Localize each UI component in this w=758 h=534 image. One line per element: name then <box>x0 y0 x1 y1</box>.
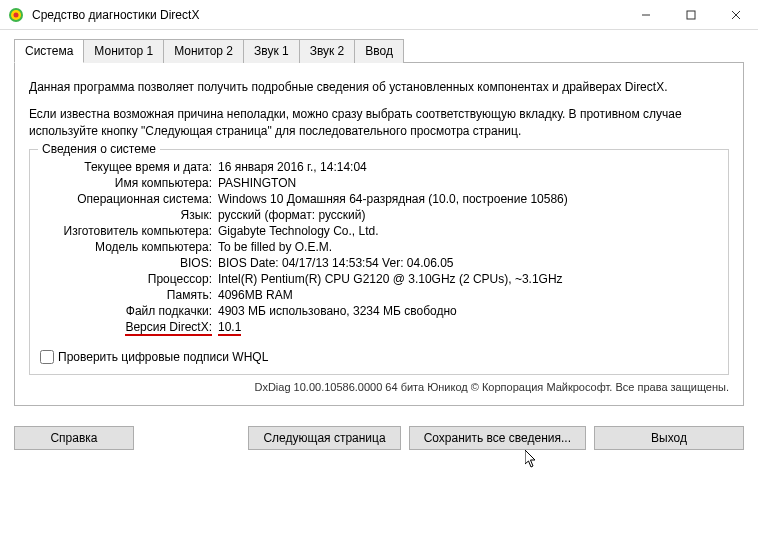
value-vendor: Gigabyte Technology Co., Ltd. <box>218 224 718 238</box>
whql-row: Проверить цифровые подписи WHQL <box>40 350 718 364</box>
tab-panel-system: Данная программа позволяет получить подр… <box>14 63 744 406</box>
value-datetime: 16 января 2016 г., 14:14:04 <box>218 160 718 174</box>
label-lang: Язык: <box>40 208 218 222</box>
window-title: Средство диагностики DirectX <box>32 8 623 22</box>
value-directx: 10.1 <box>218 320 718 336</box>
label-directx: Версия DirectX: <box>40 320 218 336</box>
value-pagefile: 4903 МБ использовано, 3234 МБ свободно <box>218 304 718 318</box>
tab-sound-1[interactable]: Звук 1 <box>243 39 300 63</box>
save-all-button[interactable]: Сохранить все сведения... <box>409 426 586 450</box>
titlebar: Средство диагностики DirectX <box>0 0 758 30</box>
label-computer: Имя компьютера: <box>40 176 218 190</box>
label-bios: BIOS: <box>40 256 218 270</box>
next-page-button[interactable]: Следующая страница <box>248 426 400 450</box>
tab-system[interactable]: Система <box>14 39 84 63</box>
row-vendor: Изготовитель компьютера:Gigabyte Technol… <box>40 224 718 238</box>
footer-text: DxDiag 10.00.10586.0000 64 бита Юникод ©… <box>29 381 729 393</box>
system-info-group: Сведения о системе Текущее время и дата:… <box>29 149 729 375</box>
row-computer: Имя компьютера:PASHINGTON <box>40 176 718 190</box>
tab-monitor-1[interactable]: Монитор 1 <box>83 39 164 63</box>
value-cpu: Intel(R) Pentium(R) CPU G2120 @ 3.10GHz … <box>218 272 718 286</box>
tab-strip: Система Монитор 1 Монитор 2 Звук 1 Звук … <box>14 38 744 63</box>
help-button[interactable]: Справка <box>14 426 134 450</box>
svg-point-2 <box>14 12 19 17</box>
row-model: Модель компьютера:To be filled by O.E.M. <box>40 240 718 254</box>
value-lang: русский (формат: русский) <box>218 208 718 222</box>
row-os: Операционная система:Windows 10 Домашняя… <box>40 192 718 206</box>
row-cpu: Процессор:Intel(R) Pentium(R) CPU G2120 … <box>40 272 718 286</box>
whql-checkbox[interactable] <box>40 350 54 364</box>
close-button[interactable] <box>713 0 758 30</box>
value-computer: PASHINGTON <box>218 176 718 190</box>
row-lang: Язык:русский (формат: русский) <box>40 208 718 222</box>
tab-sound-2[interactable]: Звук 2 <box>299 39 356 63</box>
tab-input[interactable]: Ввод <box>354 39 404 63</box>
whql-label[interactable]: Проверить цифровые подписи WHQL <box>58 350 268 364</box>
minimize-button[interactable] <box>623 0 668 30</box>
label-ram: Память: <box>40 288 218 302</box>
label-model: Модель компьютера: <box>40 240 218 254</box>
intro-paragraph-2: Если известна возможная причина неполадк… <box>29 106 729 140</box>
value-model: To be filled by O.E.M. <box>218 240 718 254</box>
value-bios: BIOS Date: 04/17/13 14:53:54 Ver: 04.06.… <box>218 256 718 270</box>
label-pagefile: Файл подкачки: <box>40 304 218 318</box>
label-vendor: Изготовитель компьютера: <box>40 224 218 238</box>
value-os: Windows 10 Домашняя 64-разрядная (10.0, … <box>218 192 718 206</box>
svg-rect-4 <box>687 11 695 19</box>
row-datetime: Текущее время и дата:16 января 2016 г., … <box>40 160 718 174</box>
row-pagefile: Файл подкачки:4903 МБ использовано, 3234… <box>40 304 718 318</box>
group-legend: Сведения о системе <box>38 142 160 156</box>
exit-button[interactable]: Выход <box>594 426 744 450</box>
button-bar: Справка Следующая страница Сохранить все… <box>0 416 758 462</box>
label-os: Операционная система: <box>40 192 218 206</box>
label-cpu: Процессор: <box>40 272 218 286</box>
value-ram: 4096MB RAM <box>218 288 718 302</box>
app-icon <box>8 7 24 23</box>
intro-text: Данная программа позволяет получить подр… <box>29 79 729 139</box>
maximize-button[interactable] <box>668 0 713 30</box>
label-datetime: Текущее время и дата: <box>40 160 218 174</box>
intro-paragraph-1: Данная программа позволяет получить подр… <box>29 79 729 96</box>
tab-monitor-2[interactable]: Монитор 2 <box>163 39 244 63</box>
row-directx: Версия DirectX:10.1 <box>40 320 718 336</box>
row-bios: BIOS:BIOS Date: 04/17/13 14:53:54 Ver: 0… <box>40 256 718 270</box>
row-ram: Память:4096MB RAM <box>40 288 718 302</box>
